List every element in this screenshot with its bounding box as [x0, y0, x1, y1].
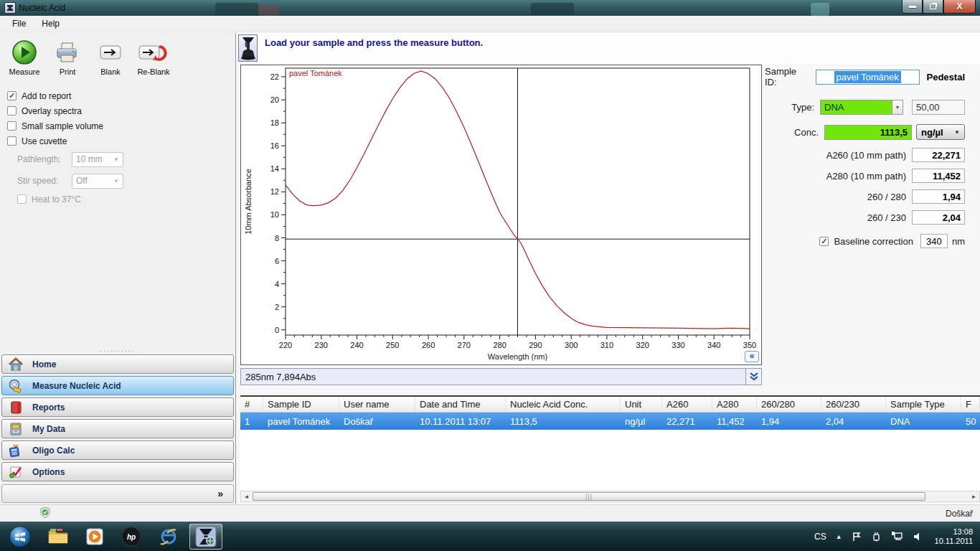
titlebar-glass-decoration: [258, 4, 280, 16]
checkbox-unchecked-icon: [7, 121, 17, 131]
table-column-header[interactable]: Nucleic Acid Conc.: [506, 397, 621, 412]
unit-select[interactable]: ng/µl ▼: [916, 124, 965, 140]
chevron-down-icon: ▼: [113, 156, 119, 163]
factor-field[interactable]: 50,00: [912, 100, 965, 115]
sidebar-item-my-data[interactable]: My Data: [1, 419, 234, 438]
spectrum-plot[interactable]: 2202302402502602702802903003103203303403…: [241, 65, 761, 364]
chevron-down-icon: ▼: [113, 178, 119, 184]
media-player-icon[interactable]: [85, 527, 105, 547]
language-indicator[interactable]: CS: [814, 532, 826, 542]
svg-text:10mm Absorbance: 10mm Absorbance: [244, 169, 253, 235]
checkbox-use-cuvette[interactable]: Use cuvette: [7, 133, 235, 149]
reports-notebook-icon: [8, 400, 24, 415]
current-user-label: Doškař: [946, 509, 973, 519]
sample-type-select[interactable]: DNA: [820, 100, 892, 115]
svg-text:290: 290: [529, 341, 542, 349]
svg-text:350: 350: [743, 341, 756, 349]
readout-expand-button[interactable]: [745, 369, 761, 385]
action-center-flag-icon[interactable]: [852, 532, 862, 542]
checkbox-unchecked-icon: [17, 194, 27, 204]
sample-id-input[interactable]: pavel Tománek: [816, 70, 920, 85]
baseline-unit-label: nm: [952, 236, 965, 247]
menu-help[interactable]: Help: [35, 17, 66, 31]
checkbox-unchecked-icon: [7, 136, 17, 146]
internet-explorer-icon[interactable]: [158, 526, 179, 547]
svg-text:280: 280: [493, 341, 506, 349]
table-cell: Doškař: [339, 413, 415, 430]
scroll-left-arrow-icon[interactable]: ◄: [241, 491, 252, 501]
network-icon[interactable]: [891, 531, 903, 542]
window-title: Nucleic Acid: [19, 3, 65, 13]
table-column-header[interactable]: #: [240, 397, 263, 412]
mode-label: Pedestal: [927, 72, 965, 83]
sidebar-item-measure-nucleic-acid[interactable]: Measure Nucleic Acid: [1, 376, 234, 395]
measure-play-icon: [11, 39, 37, 65]
table-column-header[interactable]: User name: [339, 397, 415, 412]
scroll-right-arrow-icon[interactable]: ►: [969, 491, 979, 501]
show-hidden-icons-button[interactable]: ▲: [836, 533, 842, 540]
printer-icon: [55, 39, 80, 65]
svg-text:14: 14: [270, 164, 279, 173]
reblank-button[interactable]: Re-Blank: [133, 37, 174, 78]
panel-splitter-handle[interactable]: ··········: [0, 348, 235, 354]
a260-value: 22,271: [912, 148, 965, 162]
measure-button[interactable]: Measure: [4, 37, 44, 78]
sidebar-item-reports[interactable]: Reports: [1, 397, 234, 417]
chevron-down-icon[interactable]: ▼: [892, 100, 903, 115]
sidebar-collapse-button[interactable]: »: [1, 484, 234, 503]
baseline-wavelength-input[interactable]: 340: [920, 234, 948, 248]
double-chevron-down-icon: [749, 372, 759, 382]
table-column-header[interactable]: Unit: [621, 397, 662, 412]
sample-panel: Sample ID: pavel Tománek Pedestal Type: …: [765, 66, 980, 248]
baseline-correction-checkbox[interactable]: ✓: [819, 237, 829, 246]
start-button[interactable]: [9, 525, 32, 548]
table-horizontal-scrollbar[interactable]: ◄ ||| ►: [240, 491, 980, 502]
clock-date: 10.11.2011: [935, 537, 973, 546]
checkbox-add-to-report[interactable]: ✓ Add to report: [7, 88, 235, 103]
blank-button[interactable]: Blank: [90, 37, 131, 78]
print-button[interactable]: Print: [47, 37, 88, 78]
volume-icon[interactable]: [913, 532, 923, 542]
table-column-header[interactable]: A280: [712, 397, 757, 412]
hp-icon[interactable]: hp: [121, 526, 142, 547]
scrollbar-thumb[interactable]: |||: [253, 492, 925, 501]
checkbox-small-sample-volume[interactable]: Small sample volume: [7, 118, 235, 133]
table-column-header[interactable]: Date and Time: [415, 397, 506, 412]
sidebar-item-oligo-calc[interactable]: Oligo Calc: [1, 441, 234, 460]
table-header-row: #Sample IDUser nameDate and TimeNucleic …: [240, 397, 980, 413]
navigation-list: Home Measure Nucleic Acid Reports: [0, 354, 235, 482]
cursor-readout-text: 285nm 7,894Abs: [241, 372, 745, 382]
chart-collapse-button[interactable]: «: [745, 351, 759, 362]
table-column-header[interactable]: A260: [662, 397, 712, 412]
oligo-calculator-icon: [8, 443, 24, 458]
table-column-header[interactable]: 260/280: [757, 397, 821, 412]
sidebar-item-options[interactable]: Options: [1, 462, 234, 481]
chevron-down-icon: ▼: [954, 129, 960, 136]
svg-text:220: 220: [279, 341, 292, 349]
table-column-header[interactable]: F: [961, 397, 980, 412]
table-column-header[interactable]: 260/230: [821, 397, 886, 412]
table-cell: DNA: [886, 413, 961, 430]
file-explorer-icon[interactable]: [47, 527, 69, 546]
ratio-260-230-value: 2,04: [912, 210, 965, 225]
status-bar: Doškař: [0, 504, 980, 522]
minimize-button[interactable]: [902, 0, 923, 14]
svg-text:260: 260: [422, 341, 435, 349]
table-column-header[interactable]: Sample ID: [263, 397, 339, 412]
selected-text: pavel Tománek: [834, 71, 901, 83]
close-button[interactable]: X: [943, 0, 976, 14]
table-column-header[interactable]: Sample Type: [886, 397, 961, 412]
checkbox-overlay-spectra[interactable]: Overlay spectra: [7, 103, 235, 118]
menu-file[interactable]: File: [6, 17, 32, 31]
svg-text:20: 20: [270, 95, 279, 104]
a280-value: 11,452: [912, 169, 965, 183]
power-plug-icon[interactable]: [871, 531, 882, 542]
taskbar-clock[interactable]: 13:08 10.11.2011: [935, 527, 973, 546]
sidebar-item-home[interactable]: Home: [1, 354, 234, 374]
table-row[interactable]: 1pavel TománekDoškař10.11.2011 13:071113…: [240, 413, 980, 430]
restore-button[interactable]: [923, 0, 943, 14]
table-cell: 10.11.2011 13:07: [415, 413, 506, 430]
svg-text:240: 240: [350, 341, 363, 349]
svg-text:6: 6: [275, 257, 279, 265]
taskbar-active-app-button[interactable]: [189, 524, 222, 550]
